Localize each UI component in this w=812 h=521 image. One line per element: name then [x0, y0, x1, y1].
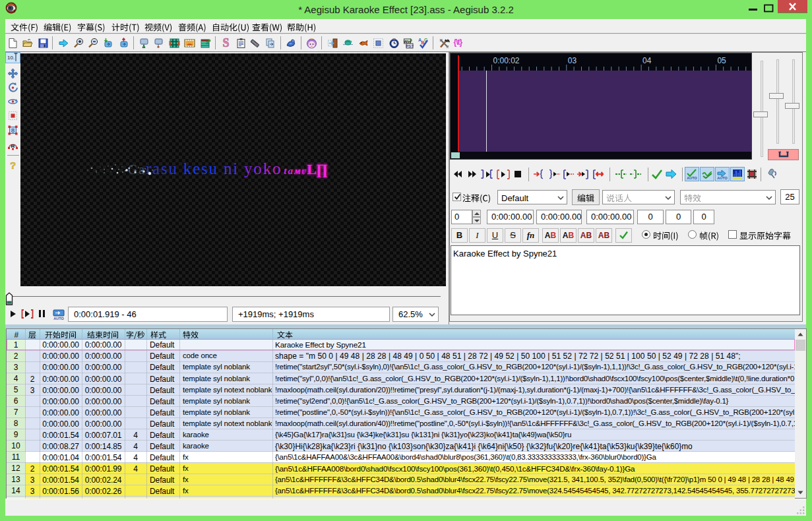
- svg-text:Win: Win: [404, 40, 411, 44]
- svg-text:0:00:02: 0:00:02: [493, 56, 520, 65]
- svg-text:10.: 10.: [7, 55, 15, 61]
- svg-text:04: 04: [642, 56, 652, 65]
- svg-text:05: 05: [717, 56, 726, 65]
- svg-text:AUTO: AUTO: [687, 176, 697, 180]
- svg-text:03: 03: [568, 56, 577, 65]
- svg-text:PS?: PS?: [406, 44, 414, 48]
- svg-text:AUTO: AUTO: [717, 176, 728, 180]
- svg-text:AUTO: AUTO: [53, 317, 64, 321]
- svg-text:S: S: [222, 38, 229, 49]
- svg-text:?: ?: [10, 160, 16, 171]
- svg-text:8: 8: [11, 127, 15, 134]
